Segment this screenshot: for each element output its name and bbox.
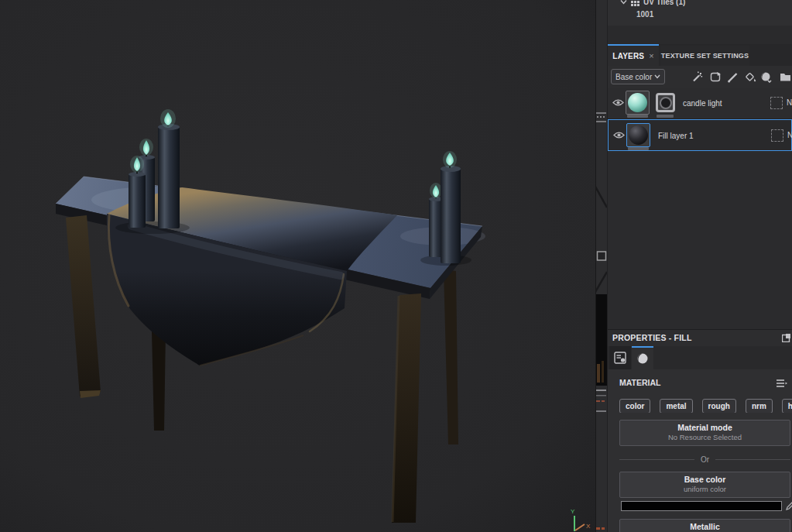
channel-chip-color[interactable]: color	[619, 399, 650, 413]
substance-painter-window: Y X	[0, 0, 792, 532]
divider-line	[619, 459, 694, 460]
material-mode-subtitle: No Resource Selected	[620, 433, 790, 441]
candle-right-tall	[441, 151, 461, 263]
mask-preview	[660, 97, 672, 109]
divider-line	[715, 459, 790, 460]
metallic-button[interactable]: Metallic	[619, 519, 790, 532]
blend-mode-label[interactable]: N	[787, 131, 792, 139]
channel-chip-metal[interactable]: metal	[660, 399, 692, 413]
tab-texture-set-settings[interactable]: TEXTURE SET SETTINGS	[660, 46, 749, 66]
base-color-title: Base color	[620, 475, 790, 484]
layer-name[interactable]: candle light	[683, 99, 722, 108]
uv-grid-icon	[631, 0, 639, 6]
properties-tabs	[608, 346, 792, 369]
candle-left-small	[129, 156, 146, 228]
metallic-title: Metallic	[620, 522, 790, 531]
chevron-down-icon	[620, 0, 627, 5]
tab-material-properties[interactable]	[632, 346, 653, 369]
menu-icon[interactable]	[777, 379, 787, 388]
channel-chip-rough[interactable]: rough	[702, 399, 736, 413]
chevron-down-icon	[654, 74, 660, 79]
magic-wand-icon[interactable]	[691, 71, 703, 83]
paint-bucket-icon[interactable]	[745, 71, 756, 83]
close-icon[interactable]: ×	[649, 52, 653, 60]
material-properties: MATERIAL color metal rough nrm height Ma…	[608, 369, 792, 532]
tab-texture-set-settings-label: TEXTURE SET SETTINGS	[661, 52, 749, 60]
layer-sphere-preview	[629, 125, 648, 145]
candle-left-tall	[158, 109, 180, 228]
layer-row-fill-layer-1[interactable]: Fill layer 1 N	[608, 119, 792, 151]
mask-thumbnail[interactable]	[656, 93, 675, 112]
material-section-title: MATERIAL	[619, 378, 660, 387]
uv-tiles-row[interactable]: UV Tiles (1)	[620, 0, 685, 9]
mask-opacity-bar	[657, 115, 674, 118]
base-color-button[interactable]: Base color uniform color	[619, 472, 790, 498]
tab-layer-properties[interactable]	[609, 346, 631, 369]
layer-list: candle light N Fill layer 1 N	[608, 88, 792, 329]
layer-thumbnail[interactable]	[626, 91, 650, 115]
texture-set-list-gap	[608, 26, 792, 44]
base-color-subtitle: uniform color	[620, 485, 790, 493]
folder-icon[interactable]	[780, 71, 791, 83]
channel-chips: color metal rough nrm height	[619, 399, 792, 413]
eye-icon[interactable]	[612, 98, 624, 107]
brush-icon[interactable]	[727, 71, 739, 83]
properties-title: PROPERTIES - FILL	[612, 333, 692, 342]
uv-tiles-label: UV Tiles (1)	[643, 0, 685, 6]
axis-x-label: X	[586, 523, 591, 530]
tab-layers-label: LAYERS	[612, 52, 644, 60]
or-divider: Or	[619, 454, 790, 465]
material-section-header: MATERIAL	[608, 377, 792, 390]
properties-header: PROPERTIES - FILL	[608, 329, 792, 346]
tab-layers[interactable]: LAYERS ×	[608, 44, 659, 66]
pencil-icon[interactable]	[785, 500, 792, 511]
layers-toolbar: Base color	[608, 66, 792, 88]
dock-icon[interactable]	[782, 334, 790, 342]
2d-view-sliver-marks	[596, 0, 607, 532]
layer-sphere-preview	[628, 93, 647, 112]
axis-y-label: Y	[571, 508, 575, 515]
splitter-handle-icon	[596, 112, 606, 114]
channel-filter-dropdown[interactable]: Base color	[611, 69, 665, 84]
base-color-swatch[interactable]	[621, 501, 782, 511]
uv-tile-1001[interactable]: 1001	[636, 10, 653, 19]
eye-icon[interactable]	[613, 131, 625, 139]
viewport-3d[interactable]: Y X	[0, 0, 595, 532]
properties-list-icon	[614, 352, 626, 364]
2d-view-strip[interactable]	[595, 0, 608, 532]
layer-opacity-bar	[628, 147, 649, 150]
blend-mode-label[interactable]: N	[787, 98, 792, 107]
layer-effect-slot[interactable]	[770, 97, 783, 109]
material-mode-title: Material mode	[620, 423, 790, 432]
layer-effect-slot[interactable]	[771, 129, 783, 142]
panel-tab-bar: LAYERS × TEXTURE SET SETTINGS	[608, 44, 792, 66]
layer-name[interactable]: Fill layer 1	[658, 132, 694, 140]
material-mode-button[interactable]: Material mode No Resource Selected	[619, 420, 790, 446]
polygon-select-icon[interactable]	[710, 71, 722, 83]
scene-3d: Y X	[0, 0, 595, 532]
channel-chip-nrm[interactable]: nrm	[746, 399, 773, 413]
or-label: Or	[694, 455, 715, 464]
channel-filter-value: Base color	[615, 73, 652, 81]
texture-set-list: UV Tiles (1) 1001	[608, 0, 792, 44]
material-sphere-icon[interactable]	[760, 71, 772, 83]
channel-chip-height[interactable]: height	[782, 399, 792, 413]
layer-thumbnail[interactable]	[626, 123, 650, 147]
right-dock-panel: UV Tiles (1) 1001 LAYERS × TEXTURE SET S…	[608, 0, 792, 532]
layer-row-candle-light[interactable]: candle light N	[608, 88, 792, 119]
material-sphere-icon	[636, 352, 649, 365]
layer-opacity-bar	[627, 115, 648, 118]
